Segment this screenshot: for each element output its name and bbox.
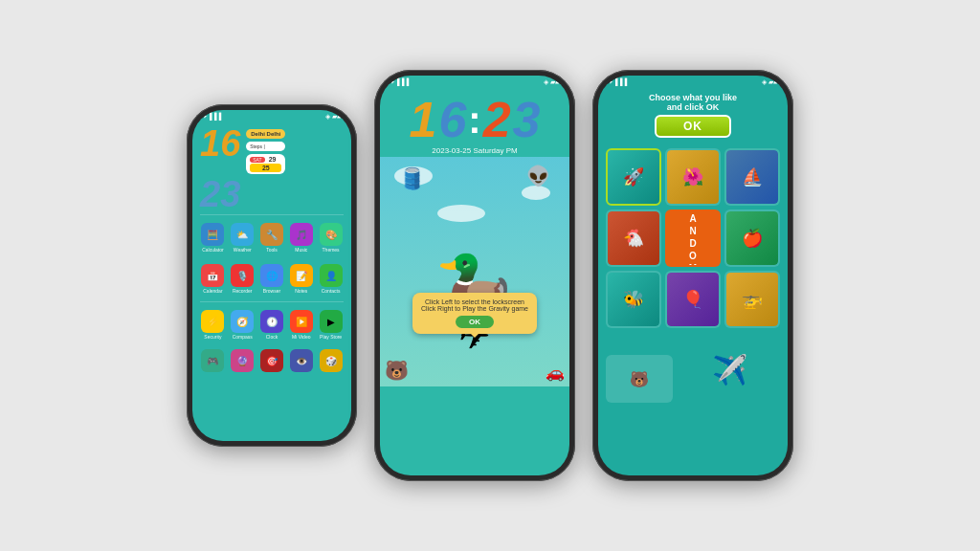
phone1-location-widget: Delhi Delhi — [246, 129, 285, 139]
phone1-app-playstore[interactable]: ▶ Play Store — [318, 310, 344, 340]
phone3-bottom-section: 🐻 ✈️ — [598, 332, 788, 407]
extra2-icon[interactable]: 🔮 — [231, 349, 254, 372]
phone1-app-notes[interactable]: 📝 Notes — [288, 264, 314, 294]
phone2-sky: 🛢️ 👽 🦆 ✈ 🐻 🚗 — [380, 157, 569, 386]
phone3-thumb-9[interactable]: 🚁 — [724, 271, 780, 328]
calc-label: Calculator — [202, 247, 224, 253]
playstore-icon[interactable]: ▶ — [320, 310, 343, 333]
phone1-app-calculator[interactable]: 🧮 Calculator — [200, 223, 226, 253]
phone3-thumb-art-6: 🍎 — [726, 211, 778, 265]
phone2-bottom-char2: 🚗 — [546, 364, 565, 382]
phone1-app-security[interactable]: ⚡ Security — [200, 310, 226, 340]
extra5-icon[interactable]: 🎲 — [320, 349, 343, 372]
phone1-cal-day: SAT — [250, 157, 264, 163]
phone3-bottom-left-art: 🐻 — [606, 355, 673, 403]
phone1-app-themes[interactable]: 🎨 Themes — [318, 223, 344, 253]
notes-label: Notes — [295, 288, 307, 294]
phone1-app-clock[interactable]: 🕐 Clock — [259, 310, 285, 340]
phone1-app-extra4[interactable]: 👁️ — [288, 349, 314, 373]
phone1-cal-number: 25 — [250, 164, 281, 172]
phone1-divider2 — [200, 301, 344, 302]
phone1-app-tools[interactable]: 🔧 Tools — [259, 223, 285, 253]
calc-icon[interactable]: 🧮 — [201, 223, 224, 246]
phone1-app-recorder[interactable]: 🎙️ Recorder — [230, 264, 256, 294]
phone3-thumb-7[interactable]: 🐝 — [606, 271, 661, 328]
phone2-wifi-icon: ◈ — [544, 78, 548, 86]
phone1-apps-row1[interactable]: 🧮 Calculator ⛅ Weather 🔧 Tools 🎵 Music 🎨 — [192, 217, 351, 258]
phone1-app-calendar[interactable]: 📅 Calendar — [200, 264, 226, 294]
phone2-bottom-char1: 🐻 — [385, 359, 409, 382]
phone2-status-left: ✦ ▌▌▌ — [390, 78, 412, 86]
browser-icon[interactable]: 🌐 — [260, 264, 283, 287]
phone3-thumb-art-1: 🚀 — [608, 150, 659, 204]
mivideo-icon[interactable]: ▶️ — [290, 310, 313, 333]
phone2-scene: 🛢️ 👽 🦆 ✈ 🐻 🚗 Click Left to select the lo… — [380, 157, 569, 386]
phone2-time: 1 6 : 2 3 — [380, 89, 569, 144]
mivideo-label: Mi Video — [292, 334, 310, 340]
phone2-popup-line2: Click Right to Play the Gravity game — [420, 305, 529, 312]
phone-1: ✦ ▌▌▌ ◈ ▰▰ 16 Delhi Delhi Steps | SAT — [187, 104, 357, 447]
playstore-label: Play Store — [320, 334, 342, 340]
phone1-app-extra1[interactable]: 🎮 — [200, 349, 226, 373]
security-icon[interactable]: ⚡ — [201, 310, 224, 333]
phone2-popup-line1: Click Left to select the lockscreen — [420, 298, 529, 305]
phone3-thumb-2[interactable]: 🌺 — [665, 148, 721, 206]
extra3-icon[interactable]: 🎯 — [260, 349, 283, 372]
phone3-ok-button[interactable]: OK — [655, 115, 731, 138]
phone1-app-extra3[interactable]: 🎯 — [259, 349, 285, 373]
phone1-status-left: ✦ ▌▌▌ — [202, 113, 224, 121]
calendar-icon[interactable]: 📅 — [201, 264, 224, 287]
phone2-alien-char: 👽 — [526, 165, 550, 187]
themes-icon[interactable]: 🎨 — [320, 223, 343, 246]
phone1-app-extra5[interactable]: 🎲 — [318, 349, 344, 373]
phone3-thumb-3[interactable]: ⛵ — [724, 148, 780, 206]
phone2-barrel-char: 🛢️ — [399, 166, 425, 191]
music-label: Music — [295, 247, 307, 253]
recorder-icon[interactable]: 🎙️ — [231, 264, 254, 287]
weather-icon[interactable]: ⛅ — [231, 223, 254, 246]
browser-label: Browser — [263, 288, 280, 294]
phone2-cloud2 — [522, 186, 550, 200]
phone3-thumb-art-9: 🚁 — [726, 273, 778, 326]
tools-label: Tools — [266, 247, 278, 253]
phone3-bottom-right-art: ✈️ — [679, 336, 780, 403]
phone2-digit1: 1 — [409, 95, 436, 144]
phone1-apps-row2[interactable]: 📅 Calendar 🎙️ Recorder 🌐 Browser 📝 Notes… — [192, 258, 351, 299]
notes-icon[interactable]: 📝 — [290, 264, 313, 287]
phone1-app-contacts[interactable]: 👤 Contacts — [318, 264, 344, 294]
phone3-thumb-1[interactable]: 🚀 — [606, 148, 661, 206]
clock-icon[interactable]: 🕐 — [260, 310, 283, 333]
phone1-app-music[interactable]: 🎵 Music — [288, 223, 314, 253]
extra4-icon[interactable]: 👁️ — [290, 349, 313, 372]
contacts-icon[interactable]: 👤 — [320, 264, 343, 287]
tools-icon[interactable]: 🔧 — [260, 223, 283, 246]
extra1-icon[interactable]: 🎮 — [201, 349, 224, 372]
phone1-app-mivideo[interactable]: ▶️ Mi Video — [288, 310, 314, 340]
security-label: Security — [204, 334, 221, 340]
phone1-cal-widget: SAT 29 25 — [246, 154, 285, 174]
phone3-thumb-art-7: 🐝 — [608, 273, 659, 326]
phone3-thumb-art-3: ⛵ — [726, 150, 778, 204]
contacts-label: Contacts — [322, 288, 341, 294]
phone3-random-button[interactable]: RANDOM — [665, 209, 721, 267]
phone1-app-extra2[interactable]: 🔮 — [230, 349, 256, 373]
phone3-thumb-8[interactable]: 🎈 — [665, 271, 721, 328]
phone1-app-browser[interactable]: 🌐 Browser — [259, 264, 285, 294]
music-icon[interactable]: 🎵 — [290, 223, 313, 246]
phone3-theme-grid[interactable]: 🚀 🌺 ⛵ 🐔 RANDOM 🍎 — [598, 144, 788, 332]
phone1-status-bar: ✦ ▌▌▌ ◈ ▰▰ — [192, 110, 351, 123]
weather-label: Weather — [234, 247, 252, 253]
phone1-app-compass[interactable]: 🧭 Compass — [230, 310, 256, 340]
phone2-ok-button[interactable]: OK — [456, 316, 494, 328]
compass-icon[interactable]: 🧭 — [231, 310, 254, 333]
phone3-thumb-art-4: 🐔 — [608, 211, 659, 265]
phone1-hour: 16 — [200, 125, 240, 162]
phone1-app-weather[interactable]: ⛅ Weather — [230, 223, 256, 253]
phone3-status-bar: ✦ ▌▌▌ ◈ ▰▰ — [598, 76, 788, 89]
phone1-apps-row3[interactable]: ⚡ Security 🧭 Compass 🕐 Clock ▶️ Mi Video… — [192, 304, 351, 345]
phone2-colon: : — [468, 99, 480, 142]
phone2-status-bar: ✦ ▌▌▌ ◈ ▰▰ — [380, 76, 569, 89]
phone3-thumb-4[interactable]: 🐔 — [606, 209, 661, 267]
phone1-apps-row4[interactable]: 🎮 🔮 🎯 👁️ 🎲 — [192, 343, 351, 379]
phone3-thumb-6[interactable]: 🍎 — [724, 209, 780, 267]
